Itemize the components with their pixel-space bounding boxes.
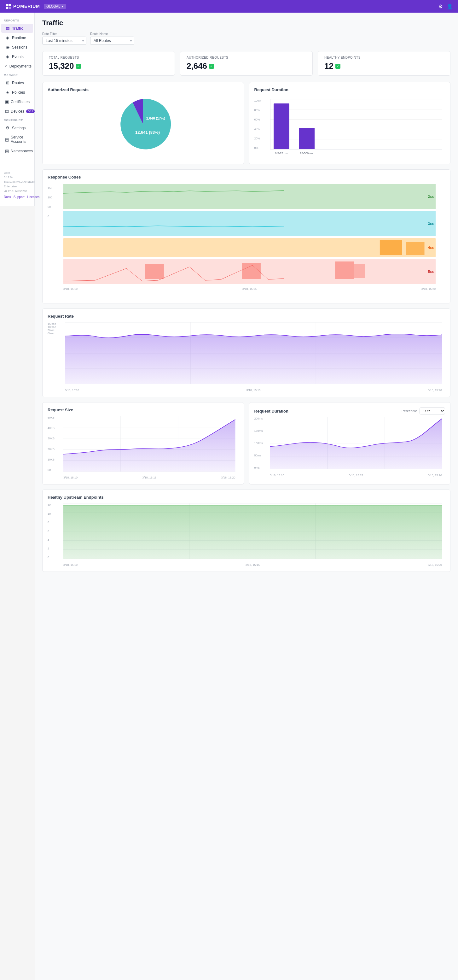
- certificates-icon: ▣: [5, 99, 9, 104]
- healthy-endpoints-svg: [63, 503, 442, 559]
- support-link[interactable]: Support: [14, 195, 25, 200]
- bar-2-wrapper: 25-500 ms: [299, 128, 315, 149]
- size-y-20: 20KB: [48, 447, 54, 451]
- sidebar-item-certificates[interactable]: ▣ Certificates: [1, 97, 33, 106]
- dur-time-3: 3/18, 15:20: [428, 474, 442, 477]
- footer-version-id: 0:17:0-164642832:1=5ee6d4a0: [4, 175, 30, 184]
- env-badge[interactable]: GLOBAL ▾: [44, 4, 66, 9]
- percentile-select[interactable]: 50th 75th 90th 95th 99th 99.9th: [420, 407, 445, 414]
- sidebar-item-policies[interactable]: ◈ Policies: [1, 88, 33, 97]
- band-3xx: 3xx: [63, 211, 436, 236]
- dur-y-0: 0ms: [254, 466, 263, 469]
- namespaces-icon: ▤: [5, 149, 9, 153]
- footer-edition: Enterprise: [4, 184, 30, 189]
- reports-section-label: REPORTS: [0, 16, 34, 23]
- band-3xx-label: 3xx: [428, 222, 434, 226]
- rate-y-15: 15/sec: [48, 322, 56, 326]
- route-filter-group: Route Name All Routes ▾: [90, 32, 134, 45]
- band-2xx: 2xx: [63, 184, 436, 209]
- band-4xx-svg: [63, 238, 436, 257]
- sessions-icon: ◉: [5, 45, 10, 49]
- sidebar-item-runtime[interactable]: ◈ Runtime: [1, 33, 33, 42]
- licenses-link[interactable]: Licenses: [27, 195, 40, 200]
- traffic-icon: ▤: [5, 26, 10, 30]
- dur-y-150: 150ms: [254, 429, 263, 433]
- app-name: POMERIUM: [13, 4, 40, 9]
- total-requests-indicator: ✓: [76, 64, 81, 69]
- svg-rect-9: [380, 240, 402, 255]
- percentile-label: Percentile: [402, 409, 417, 413]
- stats-row: TOTAL REQUESTS 15,320 ✓ AUTHORIZED REQUE…: [42, 51, 450, 76]
- route-filter-select[interactable]: All Routes: [90, 37, 134, 45]
- policies-icon: ◈: [5, 90, 10, 95]
- dur-time-2: 3/18, 15:15: [349, 474, 363, 477]
- footer-core: Core: [4, 171, 30, 175]
- bar-2: [299, 128, 315, 149]
- healthy-time-axis: 3/18, 15:10 3/18, 15:15 3/18, 15:20: [63, 563, 442, 566]
- rate-time-axis: 3/18, 15:10 3/18, 15:15 3/18, 15:20: [65, 388, 442, 392]
- env-label: GLOBAL: [46, 5, 60, 8]
- sidebar-item-settings[interactable]: ⚙ Settings: [1, 123, 33, 132]
- h-y-2: 2: [48, 547, 51, 550]
- healthy-endpoints-section-title: Healthy Upstream Endpoints: [48, 495, 445, 500]
- sidebar-item-namespaces[interactable]: ▤ Namespaces: [1, 146, 33, 156]
- y-label-20: 20%: [254, 137, 261, 140]
- authorized-requests-section: Authorized Requests 2,646 (17%) 12,641 (…: [42, 82, 244, 164]
- band-4xx: 4xx: [63, 238, 436, 257]
- band-5xx-label: 5xx: [428, 270, 434, 274]
- sidebar-footer: Core 0:17:0-164642832:1=5ee6d4a0 Enterpr…: [0, 168, 34, 202]
- sidebar-item-service-accounts[interactable]: ▤ Service Accounts: [1, 133, 33, 146]
- h-y-8: 8: [48, 521, 51, 524]
- request-duration-title: Request Duration: [254, 88, 445, 92]
- time-label-1: 3/18, 15:10: [63, 287, 78, 291]
- sidebar-item-sessions[interactable]: ◉ Sessions: [1, 43, 33, 52]
- sidebar-item-routes[interactable]: ⊞ Routes: [1, 78, 33, 88]
- sidebar-item-label: Namespaces: [11, 149, 33, 153]
- sidebar: REPORTS ▤ Traffic ◈ Runtime ◉ Sessions ◈…: [0, 13, 35, 206]
- bar-chart-bars: 0.5-25 ms 25-500 ms: [270, 99, 442, 150]
- time-label-3: 3/18, 15:20: [422, 287, 436, 291]
- rate-time-3: 3/18, 15:20: [428, 388, 442, 392]
- sidebar-item-events[interactable]: ◈ Events: [1, 52, 33, 61]
- sidebar-item-deployments[interactable]: ○ Deployments: [1, 62, 33, 71]
- sidebar-item-label: Runtime: [12, 36, 26, 40]
- bar-1-label: 0.5-25 ms: [275, 152, 287, 155]
- size-y-30: 30KB: [48, 437, 54, 440]
- response-codes-chart: 150 100 50 0 2xx: [48, 183, 445, 298]
- request-size-chart: 50KB 40KB 30KB 20KB 10KB 0B: [48, 416, 239, 479]
- time-label-2: 3/18, 15:15: [242, 287, 257, 291]
- svg-rect-12: [145, 264, 164, 279]
- svg-rect-2: [6, 6, 8, 9]
- rate-time-1: 3/18, 15:10: [65, 388, 79, 392]
- grid-line: [271, 119, 442, 119]
- devices-badge: 3/11: [26, 110, 35, 113]
- user-icon[interactable]: 👤: [447, 3, 453, 10]
- date-filter-select[interactable]: Last 15 minutes Last 30 minutes Last 1 h…: [42, 37, 86, 45]
- grid-line: [271, 99, 442, 99]
- sidebar-item-traffic[interactable]: ▤ Traffic: [1, 24, 33, 33]
- size-y-labels: 50KB 40KB 30KB 20KB 10KB 0B: [48, 416, 54, 471]
- band-3xx-svg: [63, 211, 436, 236]
- size-y-40: 40KB: [48, 426, 54, 430]
- settings-icon[interactable]: ⚙: [439, 3, 443, 10]
- svg-rect-7: [63, 211, 436, 236]
- svg-rect-1: [8, 4, 11, 6]
- grid-line: [271, 129, 442, 129]
- sidebar-item-devices[interactable]: ▤ Devices 3/11: [1, 107, 33, 116]
- duration2-chart: 200ms 150ms 100ms 50ms 0ms: [254, 417, 445, 477]
- devices-icon: ▤: [5, 109, 9, 113]
- healthy-endpoints-section: Healthy Upstream Endpoints 12 10 8 6 4 2…: [42, 490, 450, 572]
- authorized-requests-value: 2,646: [187, 61, 207, 71]
- total-requests-value: 15,320: [49, 61, 74, 71]
- docs-link[interactable]: Docs: [4, 195, 11, 200]
- h-y-4: 4: [48, 538, 51, 542]
- chevron-down-icon: ▾: [62, 5, 63, 8]
- dur-y-100: 100ms: [254, 442, 263, 445]
- footer-links: Docs Support Licenses: [4, 195, 30, 200]
- authorized-requests-title: Authorized Requests: [48, 88, 239, 92]
- svg-text:2,646 (17%): 2,646 (17%): [146, 116, 165, 120]
- svg-rect-13: [242, 263, 261, 279]
- pie-chart: 2,646 (17%) 12,641 (83%): [115, 96, 171, 153]
- h-y-6: 6: [48, 530, 51, 533]
- duration2-header: Request Duration Percentile 50th 75th 90…: [254, 407, 445, 414]
